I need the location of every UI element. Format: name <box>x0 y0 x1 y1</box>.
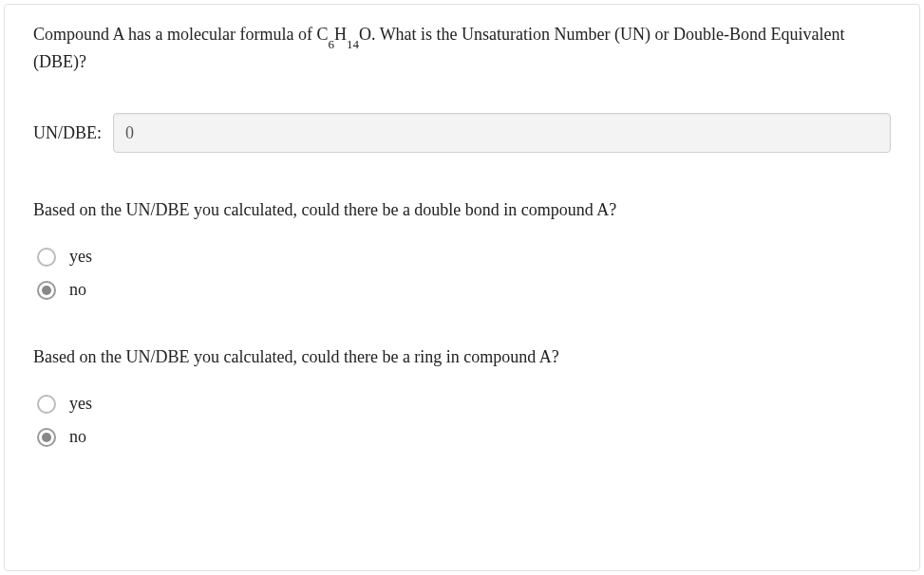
sub-question-1: Based on the UN/DBE you calculated, coul… <box>33 200 891 220</box>
radio-row-no-1: no <box>37 280 891 300</box>
radio-no-1[interactable] <box>37 281 56 300</box>
radio-label-yes-1: yes <box>69 247 92 267</box>
radio-row-yes-1: yes <box>37 247 891 267</box>
question-prefix: Compound A has a molecular formula of C <box>33 25 328 44</box>
radio-row-yes-2: yes <box>37 394 891 414</box>
undbe-input-row: UN/DBE: <box>33 113 891 153</box>
undbe-label: UN/DBE: <box>33 123 102 143</box>
radio-label-yes-2: yes <box>69 394 92 414</box>
radio-yes-2[interactable] <box>37 395 56 414</box>
undbe-input[interactable] <box>113 113 891 153</box>
radio-no-2[interactable] <box>37 428 56 447</box>
question-mid: H <box>334 25 347 44</box>
question-container: Compound A has a molecular formula of C6… <box>4 4 920 571</box>
subscript-1: 6 <box>328 37 334 51</box>
sub-question-2: Based on the UN/DBE you calculated, coul… <box>33 347 891 367</box>
radio-label-no-1: no <box>69 280 86 300</box>
radio-label-no-2: no <box>69 427 86 447</box>
radio-group-1: yes no <box>33 247 891 300</box>
radio-row-no-2: no <box>37 427 891 447</box>
radio-yes-1[interactable] <box>37 248 56 267</box>
subscript-2: 14 <box>347 37 359 51</box>
radio-group-2: yes no <box>33 394 891 447</box>
main-question-text: Compound A has a molecular formula of C6… <box>33 22 891 75</box>
